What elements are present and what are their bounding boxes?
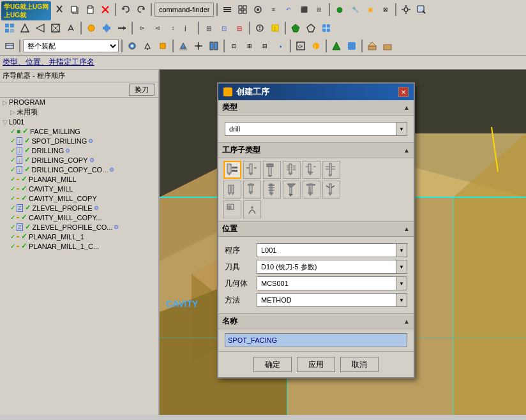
- tree-item-cavity-mill[interactable]: ✓ ✓ CAVITY_MILL: [0, 184, 158, 193]
- tb2-btn-14[interactable]: ⊡: [217, 21, 231, 35]
- name-input[interactable]: [225, 333, 407, 347]
- tree-item-zlevel-profile-co[interactable]: ✓ Z ✓ ZLEVEL_PROFILE_CO... ⚙: [0, 222, 158, 232]
- subtype-icon-reaming[interactable]: [303, 161, 320, 179]
- ok-button[interactable]: 确定: [253, 357, 292, 372]
- tree-item-spot-drilling[interactable]: ✓ ↓ ✓ SPOT_DRILLING ⚙: [0, 136, 158, 146]
- tree-item-drilling-copy[interactable]: ✓ ↓ ✓ DRILLING_COPY ⚙: [0, 155, 158, 165]
- tb3-btn-17[interactable]: [380, 39, 395, 53]
- copy-button[interactable]: [68, 3, 82, 17]
- tree-item-unused[interactable]: ▷ 未用项: [0, 107, 158, 117]
- tb3-btn-2[interactable]: [125, 39, 139, 53]
- name-section-header[interactable]: 名称 ▲: [218, 313, 414, 329]
- tb2-btn-18[interactable]: [289, 21, 303, 35]
- tree-item-planar-mill-1-c[interactable]: ✓ ✓ PLANAR_MILL_1_C...: [0, 241, 158, 251]
- dialog-close-button[interactable]: ✕: [398, 87, 409, 97]
- tree-item-zlevel-profile[interactable]: ✓ Z ✓ ZLEVEL_PROFILE ⚙: [0, 203, 158, 213]
- cut-button[interactable]: [52, 3, 66, 17]
- tb3-btn-12[interactable]: ⟳: [294, 39, 308, 53]
- subtype-icon-tap[interactable]: [263, 181, 281, 199]
- tree-item-planar-mill-1[interactable]: ✓ ✓ PLANAR_MILL_1: [0, 232, 158, 241]
- tb3-btn-1[interactable]: [3, 39, 17, 53]
- tb2-btn-6[interactable]: [84, 21, 98, 35]
- tb3-btn-16[interactable]: [365, 39, 379, 53]
- tb-btn-5[interactable]: ⬤: [333, 3, 347, 17]
- command-finder-button[interactable]: command-finder: [154, 3, 214, 17]
- assembly-dropdown[interactable]: 整个装配: [23, 40, 119, 52]
- tb-btn-4[interactable]: ⊞: [312, 3, 326, 17]
- tree-item-drilling[interactable]: ✓ ↓ ✓ DRILLING ⚙: [0, 146, 158, 155]
- position-section-header[interactable]: 位置 ▲: [218, 221, 414, 237]
- subtype-icon-cycle-op[interactable]: ⊞: [223, 200, 241, 218]
- tb2-btn-4[interactable]: [49, 21, 63, 35]
- subtype-icon-boring[interactable]: [303, 181, 320, 199]
- tb3-btn-9[interactable]: ⊞: [243, 39, 257, 53]
- tb3-btn-10[interactable]: ⊟: [258, 39, 272, 53]
- tb2-btn-15[interactable]: ⊟: [232, 21, 246, 35]
- subtype-icon-deep-hole[interactable]: [322, 161, 340, 179]
- type-dropdown-arrow[interactable]: ▼: [396, 122, 407, 136]
- tree-item-cavity-mill-copy[interactable]: ✓ ✓ CAVITY_MILL_COPY: [0, 193, 158, 203]
- subtype-icon-counter-sink[interactable]: [283, 181, 301, 199]
- redo-button[interactable]: [134, 3, 148, 17]
- tb2-btn-2[interactable]: [18, 21, 32, 35]
- tree-item-drilling-copy-co[interactable]: ✓ ↓ ✓ DRILLING_COPY_CO... ⚙: [0, 165, 158, 174]
- tb3-btn-3[interactable]: [140, 39, 154, 53]
- tb2-btn-16[interactable]: [253, 21, 267, 35]
- tb2-btn-8[interactable]: [115, 21, 129, 35]
- tree-item-face-milling[interactable]: ✓ ■ ✓ FACE_MILLING: [0, 126, 158, 136]
- type-section-header[interactable]: 类型 ▲: [218, 100, 414, 116]
- subtype-icon-spot-drill[interactable]: [223, 161, 241, 179]
- tb3-btn-11[interactable]: ⬧: [273, 39, 287, 53]
- view-button[interactable]: [236, 3, 250, 17]
- tb3-btn-13[interactable]: !: [309, 39, 323, 53]
- zoom-button[interactable]: [414, 3, 428, 17]
- program-dropdown-arrow[interactable]: ▼: [396, 243, 407, 257]
- grid-button[interactable]: [251, 3, 265, 17]
- subtype-icon-counter-bore[interactable]: [263, 161, 281, 179]
- tb2-btn-1[interactable]: [3, 21, 17, 35]
- tb2-btn-11[interactable]: ↕: [166, 21, 180, 35]
- tb3-btn-8[interactable]: ⊡: [227, 39, 241, 53]
- tb2-btn-13[interactable]: ⊞: [202, 21, 216, 35]
- tree-item-planar-mill[interactable]: ✓ ✓ PLANAR_MILL: [0, 174, 158, 184]
- tb-btn-8[interactable]: ⊠: [379, 3, 393, 17]
- tb2-btn-19[interactable]: [304, 21, 318, 35]
- tb3-btn-15[interactable]: [345, 39, 359, 53]
- subtype-icon-spot-face[interactable]: [243, 181, 261, 199]
- subtype-icon-profile-drill[interactable]: [322, 181, 340, 199]
- tb2-btn-10[interactable]: ⊲: [151, 21, 165, 35]
- geom-dropdown-arrow[interactable]: ▼: [396, 276, 407, 290]
- create-operation-dialog[interactable]: 创建工序 ✕ 类型 ▲ drill: [217, 82, 415, 379]
- tb2-btn-5[interactable]: [64, 21, 78, 35]
- tb3-btn-5[interactable]: [176, 39, 190, 53]
- cancel-button[interactable]: 取消: [340, 357, 379, 372]
- delete-button[interactable]: [98, 3, 112, 17]
- subtype-icon-drill-set[interactable]: [223, 181, 241, 199]
- paste-button[interactable]: [83, 3, 97, 17]
- subtype-icon-manual-drill[interactable]: [243, 200, 261, 218]
- settings-button[interactable]: [399, 3, 413, 17]
- tb-btn-7[interactable]: ▣: [363, 3, 377, 17]
- tb3-btn-4[interactable]: [156, 39, 170, 53]
- tb2-btn-20[interactable]: [319, 21, 333, 35]
- undo-button[interactable]: [119, 3, 133, 17]
- tb-btn-3[interactable]: ⬛: [297, 3, 311, 17]
- method-dropdown-arrow[interactable]: ▼: [396, 293, 407, 307]
- tree-item-cavity-mill-copy2[interactable]: ✓ ✓ CAVITY_MILL_COPY...: [0, 213, 158, 222]
- options-button[interactable]: [220, 3, 234, 17]
- tb2-btn-7[interactable]: [100, 21, 114, 35]
- tb3-btn-7[interactable]: [207, 39, 221, 53]
- tb3-btn-14[interactable]: [329, 39, 343, 53]
- tree-item-program[interactable]: ▷ PROGRAM: [0, 98, 158, 107]
- tb3-btn-6[interactable]: [192, 39, 206, 53]
- tb-btn-2[interactable]: ↶: [282, 3, 296, 17]
- tb2-btn-17[interactable]: $: [268, 21, 282, 35]
- apply-button[interactable]: 应用: [297, 357, 335, 372]
- tb2-btn-12[interactable]: i: [181, 21, 195, 35]
- tb2-btn-3[interactable]: [33, 21, 47, 35]
- subtype-icon-drill1[interactable]: [243, 161, 261, 179]
- tb-btn-1[interactable]: ≡: [266, 3, 280, 17]
- tb2-btn-9[interactable]: ⊳: [135, 21, 149, 35]
- subtype-icon-thread-drill[interactable]: [283, 161, 301, 179]
- tool-dropdown-arrow[interactable]: ▼: [396, 260, 407, 274]
